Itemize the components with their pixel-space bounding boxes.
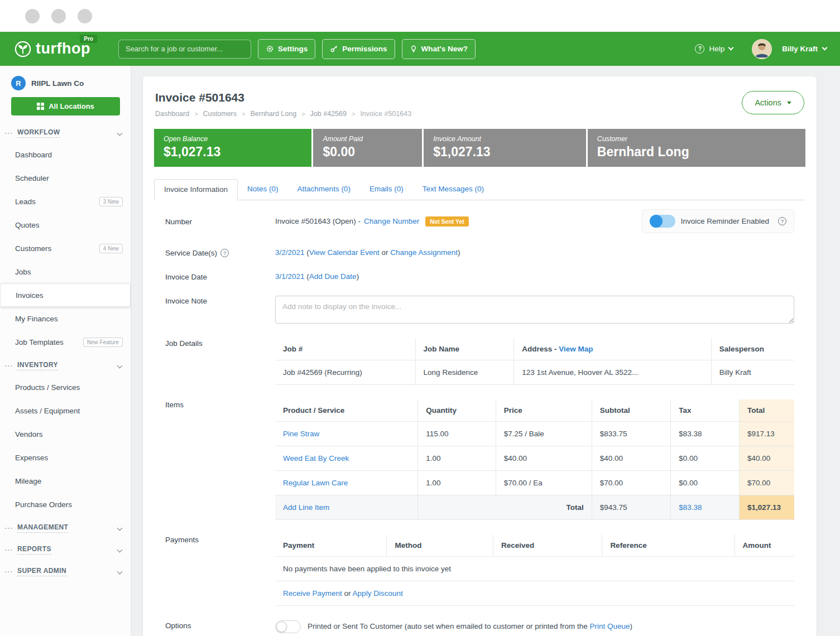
job-number-cell: Job #42569 (Recurring) bbox=[275, 360, 415, 385]
avatar[interactable] bbox=[752, 39, 772, 59]
window-minimize-button[interactable] bbox=[51, 9, 66, 23]
whats-new-label: What's New? bbox=[421, 45, 468, 53]
payments-empty-row: No payments have been applied to this in… bbox=[275, 557, 794, 581]
sidebar-item-mileage[interactable]: Mileage bbox=[0, 469, 131, 493]
main-content: Invoice #501643 Dashboard > Customers > … bbox=[131, 66, 840, 636]
salesperson-cell: Billy Kraft bbox=[711, 360, 794, 385]
sidebar-section-inventory[interactable]: ··· INVENTORY bbox=[0, 354, 131, 375]
breadcrumb-dashboard[interactable]: Dashboard bbox=[155, 110, 189, 118]
items-header-subtotal: Subtotal bbox=[592, 399, 670, 422]
add-due-date-link[interactable]: Add Due Date bbox=[309, 272, 357, 281]
chevron-down-icon bbox=[117, 526, 123, 531]
section-label: INVENTORY bbox=[17, 361, 58, 370]
item-name-link[interactable]: Regular Lawn Care bbox=[283, 479, 348, 487]
invoice-reminder-toggle[interactable] bbox=[650, 215, 675, 228]
invoice-number-value: Invoice #501643 (Open) - bbox=[275, 217, 361, 225]
receive-payment-link[interactable]: Receive Payment bbox=[283, 589, 342, 598]
pro-badge: Pro bbox=[80, 35, 97, 43]
tab-invoice-information[interactable]: Invoice Information bbox=[154, 179, 238, 200]
sidebar-item-vendors[interactable]: Vendors bbox=[0, 422, 131, 446]
stat-value: $0.00 bbox=[323, 144, 412, 160]
sidebar-item-dashboard[interactable]: Dashboard bbox=[0, 143, 131, 166]
item-qty: 115.00 bbox=[418, 422, 496, 446]
question-mark-icon[interactable]: ? bbox=[778, 217, 786, 225]
sidebar-section-workflow[interactable]: ··· WORKFLOW bbox=[0, 121, 131, 143]
whats-new-button[interactable]: What's New? bbox=[402, 39, 476, 59]
nav-label: Expenses bbox=[15, 454, 48, 462]
item-tax: $0.00 bbox=[671, 471, 740, 495]
breadcrumb-separator: > bbox=[352, 110, 355, 117]
change-number-link[interactable]: Change Number bbox=[364, 217, 419, 225]
chevron-down-icon bbox=[117, 131, 123, 136]
settings-label: Settings bbox=[278, 45, 308, 53]
sidebar-item-job-templates[interactable]: Job Templates New Feature bbox=[0, 330, 131, 354]
print-queue-link[interactable]: Print Queue bbox=[590, 622, 630, 630]
tab-attachments[interactable]: Attachments (0) bbox=[288, 179, 360, 200]
permissions-label: Permissions bbox=[342, 45, 387, 53]
sidebar-item-my-finances[interactable]: My Finances bbox=[0, 307, 131, 330]
job-address-header: Address - View Map bbox=[514, 338, 711, 360]
invoice-date-link[interactable]: 3/1/2021 bbox=[275, 272, 305, 281]
help-menu[interactable]: ? Help bbox=[695, 44, 733, 54]
breadcrumb: Dashboard > Customers > Bernhard Long > … bbox=[155, 110, 411, 118]
sidebar-item-quotes[interactable]: Quotes bbox=[0, 213, 131, 237]
tab-text-messages[interactable]: Text Messages (0) bbox=[413, 179, 493, 200]
change-assignment-link[interactable]: Change Assignment bbox=[390, 248, 458, 257]
sidebar-item-expenses[interactable]: Expenses bbox=[0, 446, 131, 469]
job-details-row: Job #42569 (Recurring) Long Residence 12… bbox=[275, 360, 794, 385]
item-price: $40.00 bbox=[496, 446, 592, 471]
service-date-link[interactable]: 3/2/2021 bbox=[275, 248, 305, 257]
user-name: Billy Kraft bbox=[782, 45, 818, 53]
sidebar-item-jobs[interactable]: Jobs bbox=[0, 260, 131, 283]
user-menu[interactable]: Billy Kraft bbox=[782, 45, 827, 53]
items-footer-tax-link[interactable]: $83.38 bbox=[679, 503, 702, 512]
invoice-note-input[interactable] bbox=[275, 296, 794, 324]
nav-label: Dashboard bbox=[15, 151, 52, 159]
sidebar-item-products-services[interactable]: Products / Services bbox=[0, 375, 131, 399]
company-switcher[interactable]: R RIIPL Lawn Co bbox=[0, 74, 131, 96]
sidebar-item-assets-equipment[interactable]: Assets / Equipment bbox=[0, 399, 131, 422]
sidebar-section-reports[interactable]: ··· REPORTS bbox=[0, 538, 131, 560]
tab-notes[interactable]: Notes (0) bbox=[238, 179, 288, 200]
window-close-button[interactable] bbox=[25, 9, 40, 23]
permissions-button[interactable]: Permissions bbox=[322, 39, 395, 59]
items-footer-row: Add Line Item Total $943.75 $83.38 $1,02… bbox=[275, 495, 794, 520]
item-qty: 1.00 bbox=[418, 446, 496, 471]
breadcrumb-customer-name[interactable]: Bernhard Long bbox=[250, 110, 296, 118]
breadcrumb-job[interactable]: Job #42569 bbox=[310, 110, 347, 118]
nav-label: Jobs bbox=[15, 268, 31, 276]
tab-bar: Invoice Information Notes (0) Attachment… bbox=[154, 179, 805, 200]
tab-emails[interactable]: Emails (0) bbox=[360, 179, 413, 200]
invoice-date-label: Invoice Date bbox=[165, 272, 275, 281]
item-name-link[interactable]: Weed Eat By Creek bbox=[283, 454, 349, 462]
items-total-label: Total bbox=[418, 495, 592, 520]
stat-open-balance: Open Balance $1,027.13 bbox=[154, 129, 311, 167]
question-mark-icon[interactable]: ? bbox=[220, 249, 229, 257]
view-calendar-event-link[interactable]: View Calendar Event bbox=[309, 248, 380, 257]
search-input[interactable] bbox=[118, 40, 251, 59]
sidebar: R RIIPL Lawn Co All Locations ··· WORKFL… bbox=[0, 66, 131, 636]
items-header-price: Price bbox=[496, 399, 592, 422]
sidebar-item-purchase-orders[interactable]: Purchase Orders bbox=[0, 493, 131, 516]
salesperson-header: Salesperson bbox=[711, 338, 794, 360]
new-count-badge: 3 New bbox=[99, 197, 123, 206]
sidebar-item-invoices[interactable]: Invoices bbox=[0, 283, 131, 307]
payments-header-payment: Payment bbox=[275, 534, 387, 557]
breadcrumb-customers[interactable]: Customers bbox=[203, 110, 237, 118]
sidebar-item-leads[interactable]: Leads 3 New bbox=[0, 190, 131, 213]
turfhop-logo[interactable]: turfhop Pro bbox=[15, 41, 90, 57]
dots-icon: ··· bbox=[4, 362, 13, 370]
settings-button[interactable]: Settings bbox=[258, 39, 315, 59]
sidebar-item-scheduler[interactable]: Scheduler bbox=[0, 166, 131, 190]
all-locations-button[interactable]: All Locations bbox=[11, 97, 120, 115]
item-name-link[interactable]: Pine Straw bbox=[283, 430, 319, 438]
sidebar-item-customers[interactable]: Customers 4 New bbox=[0, 237, 131, 260]
printed-sent-toggle[interactable] bbox=[275, 620, 301, 633]
actions-button[interactable]: Actions bbox=[742, 91, 804, 114]
sidebar-section-management[interactable]: ··· MANAGEMENT bbox=[0, 516, 131, 538]
add-line-item-link[interactable]: Add Line Item bbox=[283, 503, 329, 512]
window-zoom-button[interactable] bbox=[78, 9, 92, 23]
apply-discount-link[interactable]: Apply Discount bbox=[353, 589, 403, 598]
view-map-link[interactable]: View Map bbox=[559, 345, 593, 353]
sidebar-section-super-admin[interactable]: ··· SUPER ADMIN bbox=[0, 560, 131, 581]
